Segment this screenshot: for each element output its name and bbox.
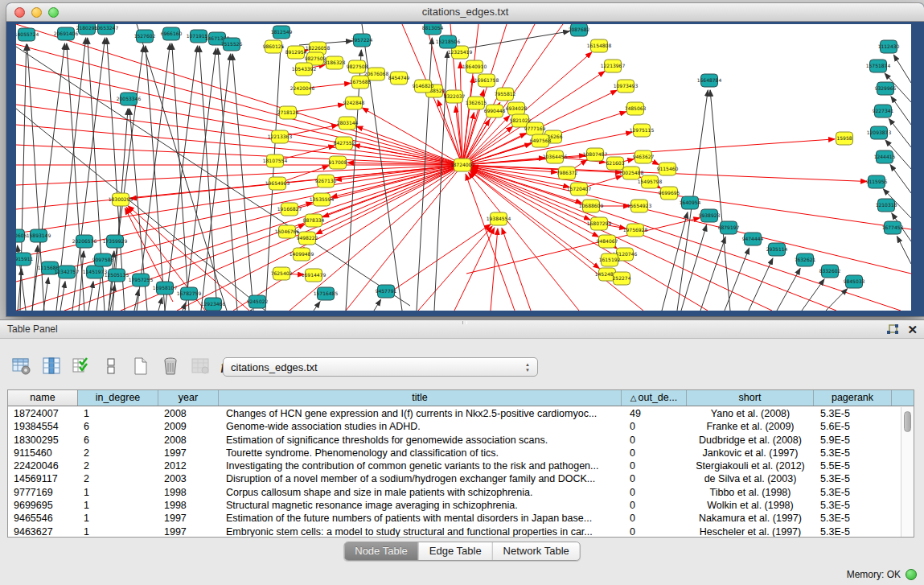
graph-node[interactable]: 14099489 xyxy=(290,248,314,261)
graph-node[interactable]: 9777169 xyxy=(524,122,546,135)
graph-node[interactable]: 15716485 xyxy=(314,287,339,300)
table-cell[interactable]: Estimation of the future numbers of pati… xyxy=(219,512,622,525)
graph-node[interactable]: 9227341 xyxy=(873,105,894,117)
graph-node[interactable]: 8322037 xyxy=(444,90,466,103)
graph-node[interactable]: 8912954 xyxy=(285,46,307,59)
row-height-icon[interactable] xyxy=(101,356,121,377)
table-cell[interactable]: 0 xyxy=(622,472,687,485)
graph-node[interactable]: 621603 xyxy=(606,157,625,170)
select-rows-icon[interactable] xyxy=(71,356,92,377)
table-cell[interactable]: 5.3E-5 xyxy=(814,472,892,485)
table-cell[interactable]: 5.6E-5 xyxy=(814,420,892,433)
table-cell[interactable]: Wolkin et al. (1998) xyxy=(687,499,814,512)
graph-node[interactable]: 9115956 xyxy=(866,175,888,188)
graph-node[interactable]: 1677453 xyxy=(882,221,904,234)
graph-node[interactable]: 16914479 xyxy=(302,269,326,282)
graph-node[interactable]: 20364456 xyxy=(543,150,568,163)
graph-node[interactable]: 1112430 xyxy=(878,40,900,53)
graph-node[interactable]: 16154808 xyxy=(587,39,612,52)
table-cell[interactable]: 0 xyxy=(622,512,687,525)
graph-node[interactable]: 19166827 xyxy=(277,203,302,216)
graph-node[interactable]: 8186328 xyxy=(324,56,346,69)
table-cell[interactable]: de Silva et al. (2003) xyxy=(687,472,814,485)
graph-node[interactable]: 18107554 xyxy=(263,154,288,167)
table-cell[interactable]: 2012 xyxy=(158,459,219,472)
table-cell[interactable]: 1997 xyxy=(158,447,219,459)
graph-node[interactable]: 17957255 xyxy=(129,274,154,286)
table-cell[interactable]: Corpus callosum shape and size in male p… xyxy=(219,486,622,499)
graph-node[interactable]: 9146820 xyxy=(413,80,434,93)
graph-node[interactable]: 9474444 xyxy=(742,233,764,245)
graph-node[interactable]: 13535594 xyxy=(310,193,335,206)
table-cell[interactable]: 2 xyxy=(78,472,158,485)
graph-node[interactable]: 15893149 xyxy=(27,229,51,242)
graph-node[interactable]: 1244415 xyxy=(874,150,896,163)
column-header-short[interactable]: short xyxy=(687,390,814,406)
graph-node[interactable]: 2718126 xyxy=(277,106,299,119)
table-settings-icon[interactable] xyxy=(11,356,32,377)
table-selector-dropdown[interactable]: citations_edges.txt ▲▼ xyxy=(223,357,538,377)
table-cell[interactable]: 2008 xyxy=(158,434,219,447)
table-cell[interactable]: 2 xyxy=(78,459,158,472)
table-cell[interactable]: Yano et al. (2008) xyxy=(687,407,814,420)
graph-node[interactable]: 6966160 xyxy=(161,27,183,40)
graph-node[interactable]: 9097588 xyxy=(92,253,114,266)
column-header-pagerank[interactable]: pagerank xyxy=(814,390,892,406)
table-cell[interactable]: Investigating the contribution of common… xyxy=(219,459,622,472)
graph-node[interactable]: 8332602 xyxy=(819,265,841,278)
graph-node[interactable]: 12505135 xyxy=(105,269,129,282)
float-panel-icon[interactable] xyxy=(885,323,899,336)
table-cell[interactable]: 0 xyxy=(622,420,687,433)
graph-node[interactable]: 8427552 xyxy=(334,137,355,150)
graph-node[interactable]: 9115460 xyxy=(657,163,679,175)
table-cell[interactable]: 0 xyxy=(622,525,687,538)
table-cell[interactable]: 2009 xyxy=(158,420,219,433)
table-cell[interactable]: 0 xyxy=(622,499,687,512)
table-cell[interactable]: 6 xyxy=(78,434,158,447)
table-cell[interactable]: Genome-wide association studies in ADHD. xyxy=(219,420,622,433)
graph-node[interactable]: 15495798 xyxy=(638,175,663,188)
table-panel-header[interactable]: Table Panel ✕ xyxy=(0,320,924,339)
graph-node[interactable]: 6497568 xyxy=(530,134,552,147)
table-cell[interactable]: Disruption of a novel member of a sodium… xyxy=(219,472,622,485)
table-cell[interactable]: 9777169 xyxy=(8,486,78,499)
graph-node[interactable]: 20206576 xyxy=(72,235,97,248)
graph-node[interactable]: 19384554 xyxy=(487,212,511,225)
column-header-year[interactable]: year xyxy=(158,390,219,406)
table-cell[interactable]: 1 xyxy=(78,499,158,512)
table-cell[interactable]: 5.3E-5 xyxy=(814,447,892,459)
graph-node[interactable]: 9242848 xyxy=(343,97,365,109)
table-scrollbar[interactable] xyxy=(901,407,914,537)
graph-node[interactable]: 9498222 xyxy=(297,232,318,245)
graph-node[interactable]: 9845033 xyxy=(844,275,865,288)
table-cell[interactable]: 0 xyxy=(622,486,687,499)
table-cell[interactable]: Nakamura et al. (1997) xyxy=(687,512,814,525)
table-row[interactable]: 1872400712008Changes of HCN gene express… xyxy=(8,407,901,420)
table-row[interactable]: 911546021997Tourette syndrome. Phenomeno… xyxy=(8,447,901,459)
table-cell[interactable]: 5.5E-5 xyxy=(814,459,892,472)
table-cell[interactable]: 5.3E-5 xyxy=(814,512,892,525)
graph-node[interactable]: 252274 xyxy=(613,272,631,285)
table-cell[interactable]: 19384554 xyxy=(8,420,78,433)
table-cell[interactable]: 9115460 xyxy=(8,447,78,459)
table-cell[interactable]: 1 xyxy=(78,486,158,499)
memory-status-indicator[interactable] xyxy=(906,569,917,580)
table-cell[interactable]: 18724007 xyxy=(8,407,78,420)
table-cell[interactable]: 1998 xyxy=(158,486,219,499)
graph-node[interactable]: 7957224 xyxy=(351,34,373,47)
graph-node[interactable]: 15751874 xyxy=(866,60,891,72)
table-cell[interactable]: 0 xyxy=(622,447,687,459)
graph-node[interactable]: 1812549 xyxy=(271,26,293,39)
graph-node[interactable]: 9245022 xyxy=(247,295,269,308)
table-row[interactable]: 969969511998Structural magnetic resonanc… xyxy=(8,499,901,512)
table-cell[interactable]: 1 xyxy=(78,407,158,420)
table-cell[interactable]: Estimation of significance thresholds fo… xyxy=(219,434,622,447)
table-cell[interactable]: 9465546 xyxy=(8,512,78,525)
graph-node[interactable]: 7485063 xyxy=(625,102,647,115)
graph-node[interactable]: 12093873 xyxy=(867,126,892,139)
panel-resize-grip[interactable] xyxy=(462,321,467,324)
graph-node[interactable]: 7986372 xyxy=(556,167,578,179)
import-table-icon[interactable] xyxy=(190,356,211,377)
tab-network-table[interactable]: Network Table xyxy=(492,542,580,560)
table-cell[interactable]: 5.3E-5 xyxy=(814,486,892,499)
